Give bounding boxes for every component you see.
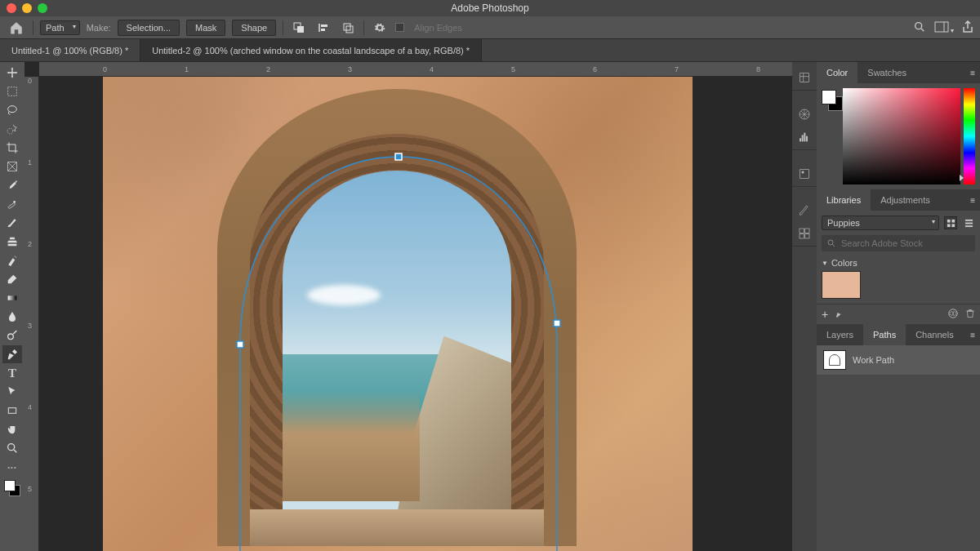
eyedropper-tool[interactable] bbox=[2, 176, 22, 194]
libraries-sync-icon[interactable] bbox=[835, 309, 844, 320]
navigator-panel-icon[interactable] bbox=[797, 107, 812, 122]
search-icon bbox=[826, 238, 836, 248]
library-selector-dropdown[interactable]: Puppies bbox=[822, 216, 939, 230]
svg-point-55 bbox=[952, 312, 956, 316]
svg-rect-22 bbox=[8, 408, 16, 414]
library-color-swatch[interactable] bbox=[822, 271, 861, 299]
history-panel-icon[interactable] bbox=[797, 70, 812, 85]
clone-stamp-tool[interactable] bbox=[2, 233, 22, 251]
gradient-tool[interactable] bbox=[2, 289, 22, 307]
brushes-panel-icon[interactable] bbox=[797, 203, 812, 218]
tools-panel: T ••• bbox=[0, 62, 24, 551]
svg-point-53 bbox=[949, 309, 958, 318]
dodge-tool[interactable] bbox=[2, 327, 22, 344]
svg-rect-5 bbox=[344, 24, 350, 30]
ruler-tick: 7 bbox=[675, 65, 679, 73]
path-alignment-icon[interactable] bbox=[314, 19, 332, 37]
blur-tool[interactable] bbox=[2, 308, 22, 326]
make-mask-button[interactable]: Mask bbox=[186, 20, 225, 36]
svg-rect-17 bbox=[8, 202, 16, 209]
hand-tool[interactable] bbox=[2, 420, 22, 438]
svg-rect-11 bbox=[8, 87, 17, 96]
svg-rect-34 bbox=[800, 138, 801, 141]
lasso-tool[interactable] bbox=[2, 101, 22, 119]
brush-tool[interactable] bbox=[2, 214, 22, 232]
marquee-tool[interactable] bbox=[2, 82, 22, 100]
minimize-window-button[interactable] bbox=[22, 3, 32, 13]
swatches-tab[interactable]: Swatches bbox=[858, 62, 916, 83]
info-panel-icon[interactable] bbox=[797, 167, 812, 181]
color-field[interactable] bbox=[843, 88, 960, 184]
svg-rect-36 bbox=[804, 133, 805, 142]
svg-rect-9 bbox=[935, 22, 948, 32]
channels-tab[interactable]: Channels bbox=[906, 324, 963, 345]
foreground-color-swatch[interactable] bbox=[4, 480, 16, 491]
panel-menu-icon[interactable]: ≡ bbox=[965, 324, 980, 345]
close-window-button[interactable] bbox=[7, 3, 16, 13]
make-selection-button[interactable]: Selection... bbox=[118, 20, 180, 36]
ruler-tick: 0 bbox=[28, 77, 32, 85]
zoom-tool[interactable] bbox=[2, 439, 22, 457]
color-tab[interactable]: Color bbox=[817, 62, 858, 83]
make-label: Make: bbox=[87, 23, 111, 33]
brush-settings-panel-icon[interactable] bbox=[797, 226, 812, 241]
library-search[interactable] bbox=[822, 235, 975, 251]
ruler-tick: 8 bbox=[756, 65, 760, 73]
ruler-tick: 4 bbox=[28, 403, 32, 411]
pen-tool[interactable] bbox=[2, 345, 22, 363]
type-tool[interactable]: T bbox=[2, 364, 22, 382]
home-icon[interactable] bbox=[7, 20, 26, 36]
histogram-panel-icon[interactable] bbox=[797, 130, 812, 144]
move-tool[interactable] bbox=[2, 64, 22, 82]
color-foreground-swatch[interactable] bbox=[822, 90, 836, 104]
cc-icon[interactable] bbox=[947, 308, 959, 321]
foreground-background-swatches[interactable] bbox=[2, 478, 22, 498]
workspace-icon[interactable]: ▾ bbox=[934, 21, 954, 34]
library-folder-header[interactable]: ▼Colors bbox=[822, 258, 975, 268]
panel-menu-icon[interactable]: ≡ bbox=[965, 189, 980, 211]
library-search-input[interactable] bbox=[841, 238, 970, 248]
list-view-icon[interactable] bbox=[962, 216, 975, 229]
align-edges-checkbox[interactable] bbox=[395, 23, 404, 32]
path-selection-tool[interactable] bbox=[2, 383, 22, 401]
horizontal-ruler[interactable]: 0 1 2 3 4 5 6 7 8 bbox=[39, 62, 792, 77]
share-icon[interactable] bbox=[962, 20, 973, 35]
svg-rect-42 bbox=[800, 234, 804, 238]
path-arrangement-icon[interactable] bbox=[339, 19, 357, 37]
paths-tab[interactable]: Paths bbox=[863, 324, 906, 345]
svg-rect-38 bbox=[800, 170, 809, 179]
make-shape-button[interactable]: Shape bbox=[232, 20, 276, 36]
canvas[interactable] bbox=[39, 77, 792, 551]
svg-rect-39 bbox=[802, 171, 804, 174]
crop-tool[interactable] bbox=[2, 139, 22, 157]
ruler-tick: 2 bbox=[266, 65, 270, 73]
hue-slider[interactable] bbox=[964, 88, 975, 184]
layers-tab[interactable]: Layers bbox=[817, 324, 863, 345]
vertical-ruler[interactable]: 0 1 2 3 4 5 bbox=[24, 77, 39, 551]
quick-selection-tool[interactable] bbox=[2, 120, 22, 138]
add-content-icon[interactable]: + bbox=[822, 308, 828, 321]
history-brush-tool[interactable] bbox=[2, 251, 22, 269]
path-operations-icon[interactable] bbox=[290, 19, 308, 37]
path-mode-dropdown[interactable]: Path bbox=[40, 20, 80, 35]
frame-tool[interactable] bbox=[2, 158, 22, 176]
trash-icon[interactable] bbox=[965, 308, 975, 321]
path-item[interactable]: Work Path bbox=[817, 345, 980, 375]
eraser-tool[interactable] bbox=[2, 270, 22, 288]
search-icon[interactable] bbox=[913, 20, 926, 35]
panel-menu-icon[interactable]: ≡ bbox=[965, 62, 980, 83]
rectangle-tool[interactable] bbox=[2, 402, 22, 420]
document-tab[interactable]: Untitled-2 @ 100% (arched window on the … bbox=[140, 39, 482, 61]
edit-toolbar-button[interactable]: ••• bbox=[2, 458, 22, 476]
ruler-tick: 5 bbox=[28, 485, 32, 493]
adjustments-tab[interactable]: Adjustments bbox=[871, 189, 940, 211]
grid-view-icon[interactable] bbox=[944, 216, 957, 229]
maximize-window-button[interactable] bbox=[38, 3, 47, 13]
healing-brush-tool[interactable] bbox=[2, 195, 22, 213]
libraries-tab[interactable]: Libraries bbox=[817, 189, 871, 211]
document-tab[interactable]: Untitled-1 @ 100% (RGB/8) * bbox=[0, 39, 140, 61]
svg-rect-43 bbox=[805, 234, 809, 238]
path-thumbnail bbox=[823, 350, 846, 370]
gear-icon[interactable] bbox=[371, 19, 389, 37]
svg-line-8 bbox=[921, 29, 924, 31]
